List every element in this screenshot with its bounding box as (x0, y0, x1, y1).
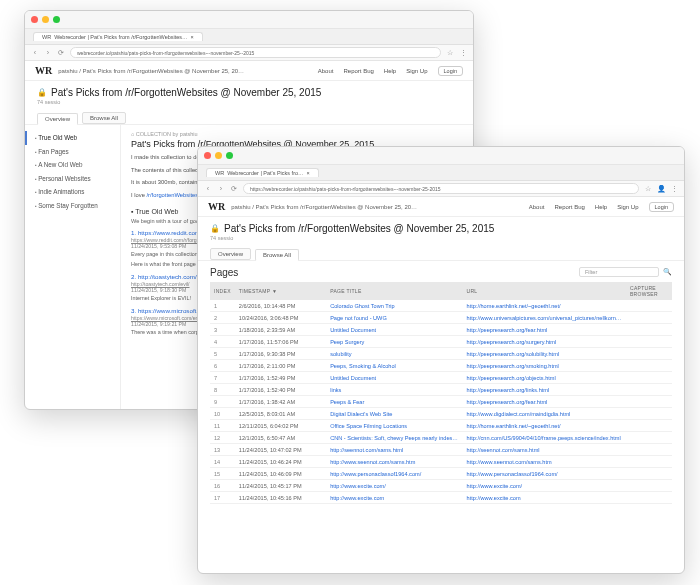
sidebar-item-personal[interactable]: Personal Websites (25, 172, 120, 186)
cell-url[interactable]: http://cnn.com/US/9904/04/10/frame.peeps… (463, 432, 626, 444)
close-icon[interactable]: × (191, 34, 194, 40)
browser-tab[interactable]: WRWebrecorder | Pat's Picks fro…× (206, 168, 319, 177)
sidebar-item-fan-pages[interactable]: Fan Pages (25, 145, 120, 159)
cell-url[interactable]: http://peepresearch.org/fear.html (463, 324, 626, 336)
sidebar-item-forgotten[interactable]: Some Stay Forgotten (25, 199, 120, 213)
tab-browse-all[interactable]: Browse All (255, 249, 299, 261)
logo[interactable]: WR (208, 201, 225, 212)
nav-help[interactable]: Help (384, 68, 396, 74)
reload-icon[interactable]: ⟳ (57, 49, 65, 57)
url-field[interactable]: webrecorder.io/patshiu/pats-picks-from-r… (70, 47, 441, 58)
cell-url[interactable]: http://www.digdialect.com/maindigdia.htm… (463, 408, 626, 420)
sidebar-item-true-old-web[interactable]: True Old Web (25, 131, 120, 145)
cell-title[interactable]: Untitled Document (326, 372, 462, 384)
col-title[interactable]: page title (326, 282, 462, 300)
forward-icon[interactable]: › (44, 49, 52, 57)
cell-title[interactable]: http://www.seennot.com/sams.htm (326, 456, 462, 468)
cell-title[interactable]: Peeps & Fear (326, 396, 462, 408)
nav-help[interactable]: Help (595, 204, 607, 210)
table-row[interactable]: 61/17/2016, 2:11:00 PMPeeps, Smoking & A… (210, 360, 672, 372)
reload-icon[interactable]: ⟳ (230, 185, 238, 193)
cell-title[interactable]: Digital Dialect's Web Site (326, 408, 462, 420)
cell-title[interactable]: http://www.personaclassof1964.com/ (326, 468, 462, 480)
max-dot[interactable] (226, 152, 233, 159)
tab-overview[interactable]: Overview (210, 248, 251, 260)
table-row[interactable]: 1311/24/2015, 10:47:02 PMhttp://seennot.… (210, 444, 672, 456)
cell-title[interactable]: solubility (326, 348, 462, 360)
filter-input[interactable]: Filter (579, 267, 659, 277)
menu-icon[interactable]: ⋮ (459, 49, 467, 57)
table-row[interactable]: 1112/11/2015, 6:04:02 PMOffice Space Fil… (210, 420, 672, 432)
menu-icon[interactable]: ⋮ (670, 185, 678, 193)
sidebar-item-indie[interactable]: Indie Animations (25, 185, 120, 199)
cell-title[interactable]: Office Space Filming Locations (326, 420, 462, 432)
table-row[interactable]: 51/17/2016, 9:30:38 PMsolubilityhttp://p… (210, 348, 672, 360)
table-row[interactable]: 12/6/2016, 10:14:48 PMColorado Ghost Tow… (210, 300, 672, 312)
table-row[interactable]: 1611/24/2015, 10:45:17 PMhttp://www.exci… (210, 480, 672, 492)
nav-about[interactable]: About (529, 204, 545, 210)
nav-report[interactable]: Report Bug (343, 68, 373, 74)
cell-url[interactable]: http://www.excite.com/ (463, 480, 626, 492)
cell-title[interactable]: Peeps, Smoking & Alcohol (326, 360, 462, 372)
cell-url[interactable]: http://peepresearch.org/surgery.html (463, 336, 626, 348)
cell-url[interactable]: http://www.personaclassof1964.com/ (463, 468, 626, 480)
cell-url[interactable]: http://seennot.com/sams.html (463, 444, 626, 456)
tab-overview[interactable]: Overview (37, 113, 78, 125)
nav-signup[interactable]: Sign Up (406, 68, 427, 74)
forward-icon[interactable]: › (217, 185, 225, 193)
cell-title[interactable]: Peep Surgery (326, 336, 462, 348)
cell-url[interactable]: http://home.earthlink.net/~geoethl.net/ (463, 300, 626, 312)
cell-title[interactable]: Untitled Document (326, 324, 462, 336)
login-button[interactable]: Login (649, 202, 674, 212)
min-dot[interactable] (215, 152, 222, 159)
close-icon[interactable]: × (307, 170, 310, 176)
col-timestamp[interactable]: timestamp ▼ (235, 282, 326, 300)
cell-url[interactable]: http://www.excite.com (463, 492, 626, 504)
table-row[interactable]: 1012/5/2015, 8:03:01 AMDigital Dialect's… (210, 408, 672, 420)
cell-url[interactable]: http://home.earthlink.net/~geoethl.net/ (463, 420, 626, 432)
link-subreddit2[interactable]: /r/forgottenWebsites (146, 192, 198, 198)
cell-title[interactable]: Colorado Ghost Town Trip (326, 300, 462, 312)
cell-url[interactable]: http://www.universalpictures.com/univers… (463, 312, 626, 324)
close-dot[interactable] (31, 16, 38, 23)
col-url[interactable]: url (463, 282, 626, 300)
cell-title[interactable]: CNN - Scientists: Soft, chewy Peeps near… (326, 432, 462, 444)
back-icon[interactable]: ‹ (204, 185, 212, 193)
cell-url[interactable]: http://peepresearch.org/smoking.html (463, 360, 626, 372)
cell-url[interactable]: http://peepresearch.org/fear.html (463, 396, 626, 408)
close-dot[interactable] (204, 152, 211, 159)
cell-title[interactable]: http://www.excite.com (326, 492, 462, 504)
table-row[interactable]: 71/17/2016, 1:52:49 PMUntitled Documenth… (210, 372, 672, 384)
cell-title[interactable]: Page not found - UWG (326, 312, 462, 324)
sidebar-item-new-old-web[interactable]: A New Old Web (25, 158, 120, 172)
browser-tab[interactable]: WRWebrecorder | Pat's Picks from /r/Forg… (33, 32, 203, 41)
cell-url[interactable]: http://www.seennot.com/sams.htm (463, 456, 626, 468)
table-row[interactable]: 91/17/2016, 1:38:42 AMPeeps & Fearhttp:/… (210, 396, 672, 408)
back-icon[interactable]: ‹ (31, 49, 39, 57)
avatar-icon[interactable]: 👤 (657, 185, 665, 193)
nav-about[interactable]: About (318, 68, 334, 74)
url-field[interactable]: https://webrecorder.io/patshiu/pats-pick… (243, 183, 639, 194)
cell-title[interactable]: links (326, 384, 462, 396)
cell-url[interactable]: http://peepresearch.org/solubility.html (463, 348, 626, 360)
table-row[interactable]: 1511/24/2015, 10:46:09 PMhttp://www.pers… (210, 468, 672, 480)
table-row[interactable]: 1212/1/2015, 6:50:47 AMCNN - Scientists:… (210, 432, 672, 444)
tab-browse-all[interactable]: Browse All (82, 112, 126, 124)
nav-signup[interactable]: Sign Up (617, 204, 638, 210)
max-dot[interactable] (53, 16, 60, 23)
table-row[interactable]: 31/18/2016, 2:33:59 AMUntitled Documenth… (210, 324, 672, 336)
cell-title[interactable]: http://www.excite.com/ (326, 480, 462, 492)
login-button[interactable]: Login (438, 66, 463, 76)
search-icon[interactable]: 🔍 (663, 268, 672, 276)
table-row[interactable]: 81/17/2016, 1:52:40 PMlinkshttp://peepre… (210, 384, 672, 396)
cell-title[interactable]: http://seennot.com/sams.html (326, 444, 462, 456)
table-row[interactable]: 41/17/2016, 11:57:06 PMPeep Surgeryhttp:… (210, 336, 672, 348)
cell-url[interactable]: http://peepresearch.org/objects.html (463, 372, 626, 384)
col-index[interactable]: index (210, 282, 235, 300)
cell-url[interactable]: http://peepresearch.org/links.html (463, 384, 626, 396)
table-row[interactable]: 210/24/2016, 3:06:48 PMPage not found - … (210, 312, 672, 324)
logo[interactable]: WR (35, 65, 52, 76)
star-icon[interactable]: ☆ (644, 185, 652, 193)
table-row[interactable]: 1411/24/2015, 10:46:24 PMhttp://www.seen… (210, 456, 672, 468)
min-dot[interactable] (42, 16, 49, 23)
